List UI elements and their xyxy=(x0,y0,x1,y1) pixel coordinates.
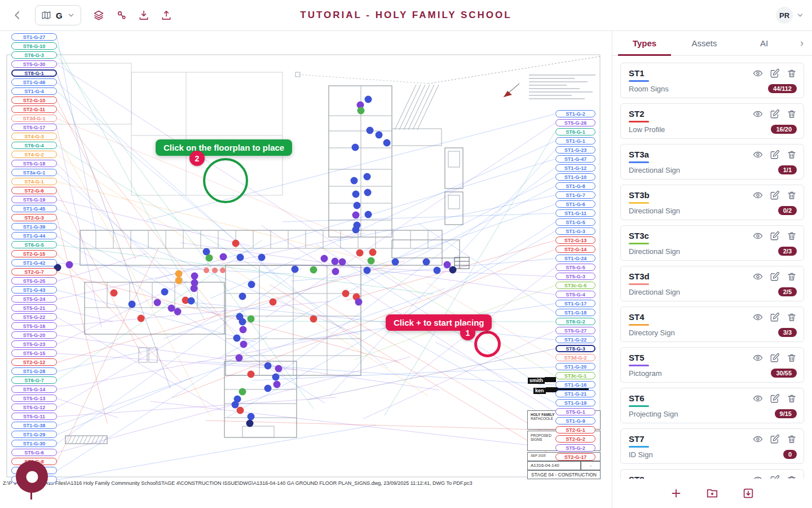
sign-chip-ST1-G-18[interactable]: ST1-G-18 xyxy=(555,309,595,316)
placed-sign-marker[interactable] xyxy=(174,308,182,316)
placed-sign-marker[interactable] xyxy=(292,266,299,273)
tab-types[interactable]: Types xyxy=(615,31,674,55)
sign-chip-ST5-G-19[interactable]: ST5-G-19 xyxy=(11,196,57,203)
trash-icon[interactable] xyxy=(787,68,797,78)
placed-sign-marker[interactable] xyxy=(444,261,451,269)
sign-chip-ST5-G-3[interactable]: ST5-G-3 xyxy=(555,273,595,280)
eye-icon[interactable] xyxy=(753,434,763,444)
sign-type-card-ST5[interactable]: ST5 Pictogram 30/55 xyxy=(620,347,804,383)
placed-sign-marker[interactable] xyxy=(248,316,255,323)
sign-type-card-ST3c[interactable]: ST3c Directional Sign 2/3 xyxy=(620,225,804,261)
sign-chip-ST5-G-23[interactable]: ST5-G-23 xyxy=(11,340,57,348)
placed-sign-marker[interactable] xyxy=(264,385,272,392)
edit-icon[interactable] xyxy=(770,353,780,363)
sign-chip-ST6-G-5[interactable]: ST6-G-5 xyxy=(11,241,57,248)
sign-chip-ST5-G-6[interactable]: ST5-G-6 xyxy=(11,449,57,456)
placed-sign-marker[interactable] xyxy=(342,290,350,297)
placed-sign-marker[interactable] xyxy=(220,253,227,261)
sign-chip-ST1-G-5[interactable]: ST1-G-5 xyxy=(555,218,595,226)
sign-chip-ST5-G-30[interactable]: ST5-G-30 xyxy=(11,60,57,68)
placed-sign-marker[interactable] xyxy=(248,413,255,421)
edit-icon[interactable] xyxy=(770,231,780,241)
sign-chip-ST1-G-20[interactable]: ST1-G-20 xyxy=(555,363,595,370)
sign-chip-ST5-G-27[interactable]: ST5-G-27 xyxy=(555,327,595,334)
sign-chip-ST1-G-11[interactable]: ST1-G-11 xyxy=(555,209,595,217)
sign-chip-ST1-G-1[interactable]: ST1-G-1 xyxy=(555,137,595,144)
edit-icon[interactable] xyxy=(770,190,780,200)
placed-sign-marker[interactable] xyxy=(237,407,244,414)
placed-sign-marker[interactable] xyxy=(352,144,359,151)
placed-sign-marker[interactable] xyxy=(248,371,255,378)
sign-chip-ST2-G-12[interactable]: ST2-G-12 xyxy=(11,358,57,366)
sign-chip-ST2-G-10[interactable]: ST2-G-10 xyxy=(11,97,57,104)
placed-sign-marker[interactable] xyxy=(355,299,363,306)
eye-icon[interactable] xyxy=(753,150,763,160)
download-icon[interactable] xyxy=(134,6,153,25)
sign-chip-ST4-G-2[interactable]: ST4-G-2 xyxy=(11,151,57,158)
sign-chip-ST5-G-14[interactable]: ST5-G-14 xyxy=(11,386,57,393)
placed-sign-marker[interactable] xyxy=(351,177,358,185)
tutorial-target-ring-floorplan[interactable] xyxy=(203,158,248,203)
placed-sign-marker[interactable] xyxy=(275,365,283,373)
placed-sign-marker[interactable] xyxy=(264,362,272,370)
sign-chip-ST1-G-38[interactable]: ST1-G-38 xyxy=(11,422,57,429)
trash-icon[interactable] xyxy=(787,271,797,282)
placed-sign-marker[interactable] xyxy=(321,255,328,262)
sign-chip-ST8-G-3[interactable]: ST8-G-3 xyxy=(555,345,595,352)
edit-icon[interactable] xyxy=(770,434,780,444)
placed-sign-marker[interactable] xyxy=(365,211,372,218)
sign-chip-ST5-G-25[interactable]: ST5-G-25 xyxy=(11,277,57,284)
sign-chip-ST1-G-9[interactable]: ST1-G-9 xyxy=(555,417,595,424)
sign-chip-ST5-G-22[interactable]: ST5-G-22 xyxy=(11,313,57,321)
sign-chip-ST1-G-7[interactable]: ST1-G-7 xyxy=(555,191,595,199)
sign-chip-ST1-G-8[interactable]: ST1-G-8 xyxy=(555,182,595,190)
placed-sign-marker[interactable] xyxy=(233,335,241,342)
map-selector[interactable]: G xyxy=(35,5,81,25)
trash-icon[interactable] xyxy=(787,393,797,404)
placed-sign-marker[interactable] xyxy=(175,270,183,278)
sign-chip-ST2-G-17[interactable]: ST2-G-17 xyxy=(555,453,595,461)
trash-icon[interactable] xyxy=(787,434,797,444)
sign-chip-ST1-G-39[interactable]: ST1-G-39 xyxy=(11,223,57,230)
sign-chip-ST3d-G-1[interactable]: ST3d-G-1 xyxy=(11,115,57,122)
sign-chip-ST2-G-2[interactable]: ST2-G-2 xyxy=(555,435,595,443)
edit-icon[interactable] xyxy=(770,271,780,282)
sign-chip-ST6-G-2[interactable]: ST6-G-2 xyxy=(555,318,595,325)
eye-icon[interactable] xyxy=(753,190,763,200)
sign-chip-ST3d-G-2[interactable]: ST3d-G-2 xyxy=(555,354,595,361)
edit-icon[interactable] xyxy=(770,312,780,322)
sign-chip-ST1-G-21[interactable]: ST1-G-21 xyxy=(555,390,595,397)
tab-ai[interactable]: AI xyxy=(734,31,794,55)
sign-chip-ST1-G-43[interactable]: ST1-G-43 xyxy=(11,286,57,294)
import-button[interactable] xyxy=(739,484,758,503)
placed-sign-marker[interactable] xyxy=(239,318,246,326)
placed-sign-marker[interactable] xyxy=(423,259,430,266)
share-nodes-icon[interactable] xyxy=(112,6,131,25)
placed-sign-marker[interactable] xyxy=(154,299,161,306)
placed-sign-marker[interactable] xyxy=(354,202,361,209)
sign-chip-ST1-G-42[interactable]: ST1-G-42 xyxy=(11,259,57,266)
sign-chip-ST1-G-6[interactable]: ST1-G-6 xyxy=(555,200,595,208)
sign-chip-ST1-G-23[interactable]: ST1-G-23 xyxy=(555,146,595,154)
sign-type-card-ST3b[interactable]: ST3b Directional Sign 0/2 xyxy=(620,185,804,220)
sign-type-card-ST2[interactable]: ST2 Low Profile 16/20 xyxy=(620,103,804,139)
sign-chip-ST2-G-15[interactable]: ST2-G-15 xyxy=(11,250,57,257)
placed-sign-marker[interactable] xyxy=(175,277,183,284)
sign-chip-ST1-G-29[interactable]: ST1-G-29 xyxy=(11,431,57,438)
sign-chip-ST5-G-12[interactable]: ST5-G-12 xyxy=(11,404,57,411)
sign-chip-ST1-G-16[interactable]: ST1-G-16 xyxy=(555,381,595,388)
avatar[interactable]: PR xyxy=(776,7,793,24)
placed-sign-marker[interactable] xyxy=(220,268,226,273)
placed-sign-marker[interactable] xyxy=(352,212,360,219)
placed-sign-marker[interactable] xyxy=(239,388,246,396)
placed-sign-marker[interactable] xyxy=(449,266,457,274)
sign-chip-ST5-G-4[interactable]: ST5-G-4 xyxy=(555,291,595,298)
trash-icon[interactable] xyxy=(787,231,797,241)
sign-chip-ST6-G-10[interactable]: ST6-G-10 xyxy=(11,42,57,50)
folder-plus-button[interactable] xyxy=(703,484,722,503)
placed-sign-marker[interactable] xyxy=(236,354,243,362)
placed-sign-marker[interactable] xyxy=(232,401,239,409)
account-chevron-down-icon[interactable] xyxy=(796,11,804,19)
placed-sign-marker[interactable] xyxy=(369,249,377,256)
placed-sign-marker[interactable] xyxy=(332,258,339,265)
